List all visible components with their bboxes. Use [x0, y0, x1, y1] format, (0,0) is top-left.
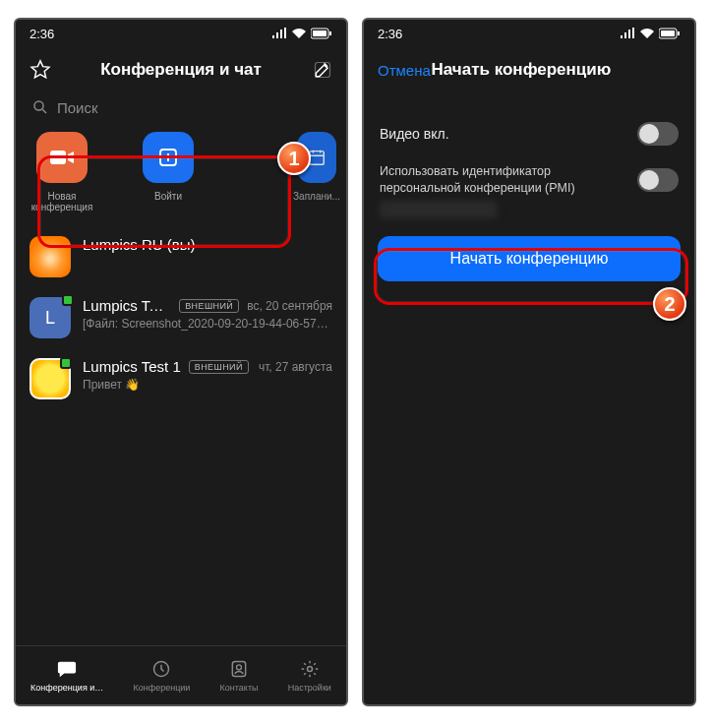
- chat-date: вс, 20 сентября: [247, 299, 332, 313]
- video-icon: [36, 132, 88, 183]
- new-meeting-label: Новая конференция: [26, 191, 98, 212]
- svg-rect-9: [232, 662, 245, 677]
- new-meeting-button[interactable]: Новая конференция: [26, 132, 98, 212]
- schedule-label: Заплани...: [293, 191, 340, 202]
- pmi-toggle[interactable]: [637, 168, 679, 192]
- star-icon: [30, 59, 51, 81]
- nav-meetings[interactable]: Конференции: [134, 658, 191, 693]
- chat-list: Lumpics RU (вы) L Lumpics Tes… ВНЕШНИЙ в…: [16, 226, 346, 645]
- wifi-icon: [291, 28, 307, 39]
- contacts-icon: [227, 658, 251, 680]
- svg-rect-2: [329, 31, 331, 35]
- chat-date: чт, 27 августа: [259, 360, 332, 374]
- favorite-button[interactable]: [30, 59, 59, 81]
- status-bar: 2:36: [16, 20, 346, 47]
- wifi-icon: [639, 28, 655, 39]
- compose-button[interactable]: [303, 60, 332, 80]
- header-right-screen: Отмена Начать конференцию: [364, 47, 694, 92]
- gear-icon: [298, 658, 322, 680]
- pmi-value-blurred: [380, 201, 498, 218]
- search-icon: [31, 98, 49, 116]
- nav-contacts[interactable]: Контакты: [220, 658, 259, 693]
- svg-point-4: [34, 101, 43, 110]
- settings-list: Видео вкл. Использовать идентификатор пе…: [364, 92, 694, 287]
- chat-bubble-icon: [55, 658, 79, 680]
- chat-item[interactable]: Lumpics Test 1 ВНЕШНИЙ чт, 27 августа Пр…: [16, 348, 346, 409]
- chat-name: Lumpics Test 1: [83, 358, 181, 375]
- search-input[interactable]: Поиск: [16, 92, 346, 126]
- svg-rect-13: [661, 30, 675, 36]
- svg-point-10: [237, 665, 242, 670]
- nav-settings[interactable]: Настройки: [288, 658, 331, 693]
- video-label: Видео вкл.: [380, 126, 449, 142]
- svg-rect-14: [678, 31, 680, 35]
- svg-rect-7: [310, 152, 325, 165]
- svg-rect-5: [50, 151, 66, 164]
- pmi-label: Использовать идентификатор персональной …: [380, 163, 616, 197]
- svg-rect-3: [316, 63, 330, 78]
- clock-icon: [149, 658, 173, 680]
- external-tag: ВНЕШНИЙ: [179, 299, 239, 313]
- chat-item[interactable]: L Lumpics Tes… ВНЕШНИЙ вс, 20 сентября […: [16, 287, 346, 348]
- page-title: Конференция и чат: [59, 60, 303, 80]
- presence-icon: [60, 357, 72, 369]
- nav-meet[interactable]: Конференция и…: [30, 658, 103, 693]
- signal-icon: [271, 28, 287, 39]
- annotation-badge-1: 1: [277, 142, 311, 175]
- search-placeholder: Поиск: [57, 99, 98, 116]
- presence-icon: [62, 294, 74, 306]
- chat-name: Lumpics Tes…: [83, 297, 171, 314]
- pmi-toggle-row: Использовать идентификатор персональной …: [364, 157, 694, 199]
- video-toggle-row: Видео вкл.: [364, 110, 694, 157]
- annotation-badge-2: 2: [653, 287, 686, 321]
- video-toggle[interactable]: [637, 122, 679, 146]
- avatar: [30, 358, 71, 399]
- bottom-nav: Конференция и… Конференции Контакты Наст…: [16, 645, 346, 704]
- compose-icon: [313, 60, 332, 80]
- status-time: 2:36: [30, 27, 54, 41]
- battery-icon: [311, 28, 332, 39]
- header-left-screen: Конференция и чат: [16, 47, 346, 92]
- status-icons: [620, 28, 681, 39]
- phone-right: 2:36 Отмена Начать конференцию Видео вкл…: [362, 18, 696, 706]
- join-button[interactable]: Войти: [132, 132, 205, 212]
- avatar: L: [30, 297, 71, 338]
- status-bar: 2:36: [364, 20, 694, 47]
- signal-icon: [620, 28, 635, 39]
- chat-preview: Привет 👋: [83, 378, 332, 392]
- battery-icon: [659, 28, 681, 39]
- phone-left: 2:36 Конференция и чат Поиск Новая конфе…: [14, 18, 348, 706]
- chat-name: Lumpics RU (вы): [83, 236, 196, 253]
- status-time: 2:36: [378, 27, 402, 41]
- external-tag: ВНЕШНИЙ: [189, 360, 249, 374]
- avatar: [30, 236, 71, 277]
- status-icons: [271, 28, 332, 39]
- join-label: Войти: [154, 191, 182, 202]
- chat-item-self[interactable]: Lumpics RU (вы): [16, 226, 346, 287]
- svg-point-11: [307, 667, 312, 672]
- svg-rect-1: [313, 30, 326, 36]
- plus-icon: [143, 132, 194, 183]
- page-title: Начать конференцию: [391, 60, 651, 80]
- chat-preview: [Файл: Screenshot_2020-09-20-19-44-06-57…: [83, 317, 332, 331]
- start-meeting-button[interactable]: Начать конференцию: [378, 236, 681, 281]
